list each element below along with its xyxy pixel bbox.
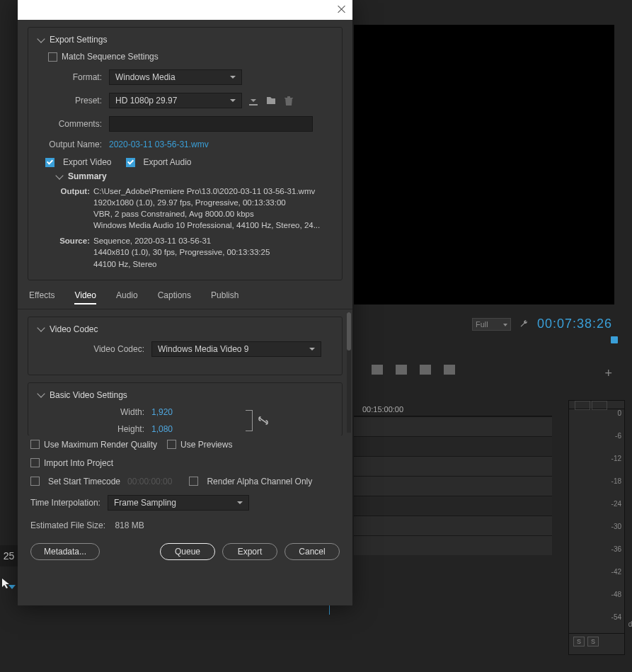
wrench-icon[interactable] <box>519 319 529 329</box>
tab-publish[interactable]: Publish <box>211 290 239 304</box>
chevron-down-icon <box>37 389 45 397</box>
import-project-checkbox[interactable] <box>30 458 40 467</box>
meter-unit: dB <box>628 620 632 628</box>
format-select[interactable]: Windows Media <box>109 69 242 85</box>
export-video-checkbox[interactable] <box>45 158 54 167</box>
basic-video-title: Basic Video Settings <box>50 390 127 400</box>
timeline-track[interactable] <box>354 476 552 496</box>
scrollbar[interactable] <box>347 312 351 433</box>
summary-output-label: Output: <box>57 186 93 231</box>
efs-value: 818 MB <box>115 520 144 530</box>
video-codec-select[interactable]: Windows Media Video 9 <box>151 341 321 357</box>
save-preset-icon[interactable] <box>248 95 259 106</box>
use-previews-checkbox[interactable] <box>167 440 176 449</box>
meter-tick: -30 <box>611 523 621 530</box>
meter-tick: -24 <box>611 500 621 508</box>
render-alpha-checkbox[interactable] <box>189 477 198 486</box>
pointer-icon <box>1 578 16 589</box>
cancel-button[interactable]: Cancel <box>285 543 340 560</box>
timeline-track[interactable] <box>354 496 552 516</box>
import-preset-icon[interactable] <box>265 95 277 106</box>
export-settings-header[interactable]: Export Settings <box>38 35 332 45</box>
summary-source-text: Sequence, 2020-03-11 03-56-31 1440x810 (… <box>93 235 332 269</box>
basic-video-header[interactable]: Basic Video Settings <box>38 390 332 400</box>
export-settings-title: Export Settings <box>50 35 107 45</box>
meter-tick: -42 <box>611 568 621 576</box>
timeline-track[interactable] <box>354 416 552 436</box>
meter-tick: -6 <box>615 432 621 440</box>
render-alpha-label: Render Alpha Channel Only <box>207 477 312 486</box>
basic-video-group: Basic Video Settings Width: 1,920 Height… <box>28 382 343 435</box>
meter-tick: -12 <box>611 455 621 462</box>
export-audio-label: Export Audio <box>144 157 192 167</box>
export-audio-checkbox[interactable] <box>126 158 135 167</box>
max-render-label: Use Maximum Render Quality <box>44 440 157 450</box>
meter-tick: -18 <box>611 477 621 485</box>
queue-button[interactable]: Queue <box>160 543 215 560</box>
preview-scrubber[interactable]: + <box>354 336 623 393</box>
match-sequence-checkbox[interactable] <box>48 52 57 62</box>
summary-source-label: Source: <box>57 235 93 269</box>
playhead-marker[interactable] <box>611 336 618 343</box>
output-name-link[interactable]: 2020-03-11 03-56-31.wmv <box>109 139 209 149</box>
timeline-track[interactable] <box>354 436 552 456</box>
solo-button[interactable]: S <box>587 637 599 647</box>
video-codec-header[interactable]: Video Codec <box>38 324 332 334</box>
height-label: Height: <box>38 424 151 434</box>
max-render-checkbox[interactable] <box>30 440 40 449</box>
export-video-label: Export Video <box>63 157 112 167</box>
preset-select[interactable]: HD 1080p 29.97 <box>109 93 242 108</box>
scrollbar-thumb[interactable] <box>347 312 351 351</box>
side-label: 25 <box>0 545 18 566</box>
video-codec-label: Video Codec: <box>38 344 151 354</box>
timeline-track[interactable] <box>354 535 552 555</box>
close-icon[interactable] <box>337 4 347 14</box>
summary-header[interactable]: Summary <box>57 171 332 181</box>
meter-tick: 0 <box>617 409 621 417</box>
video-codec-group: Video Codec Video Codec: Windows Media V… <box>28 317 343 375</box>
tab-video[interactable]: Video <box>74 290 96 304</box>
time-interp-label: Time Interpolation: <box>30 498 100 508</box>
width-value[interactable]: 1,920 <box>151 407 173 417</box>
add-icon[interactable]: + <box>604 366 612 381</box>
efs-label: Estimated File Size: <box>30 520 105 530</box>
video-codec-title: Video Codec <box>50 324 98 334</box>
summary-output-text: C:\User_Adobe\Premiere Pro\13.0\2020-03-… <box>93 186 332 231</box>
tab-row: Effects Video Audio Captions Publish <box>18 283 352 309</box>
height-value[interactable]: 1,080 <box>151 424 173 434</box>
comments-input[interactable] <box>109 116 313 132</box>
format-label: Format: <box>38 72 109 82</box>
export-settings-dialog: Export Settings Match Sequence Settings … <box>18 0 352 605</box>
camera-icon[interactable] <box>420 365 431 375</box>
time-interp-select[interactable]: Frame Sampling <box>108 495 249 511</box>
unlink-icon[interactable] <box>258 416 268 425</box>
tab-effects[interactable]: Effects <box>29 290 54 304</box>
meter-tick: -36 <box>611 545 621 553</box>
timeline-panel[interactable]: 00:15:00:00 <box>354 404 552 637</box>
preview-timecode: 00:07:38:26 <box>537 317 612 331</box>
start-tc-checkbox[interactable] <box>30 477 40 486</box>
link-bracket-icon <box>246 410 253 431</box>
start-tc-label: Set Start Timecode <box>48 477 120 486</box>
use-previews-label: Use Previews <box>180 440 232 450</box>
metadata-button[interactable]: Metadata... <box>30 543 100 560</box>
trash-icon[interactable] <box>283 95 294 106</box>
timeline-tool-icon[interactable] <box>372 365 383 375</box>
tab-captions[interactable]: Captions <box>158 290 191 304</box>
import-project-label: Import Into Project <box>44 458 113 468</box>
tab-audio[interactable]: Audio <box>116 290 138 304</box>
video-codec-value: Windows Media Video 9 <box>158 344 249 354</box>
solo-button[interactable]: S <box>573 637 585 647</box>
match-sequence-label: Match Sequence Settings <box>62 52 159 62</box>
timeline-tool-icon[interactable] <box>396 365 407 375</box>
width-label: Width: <box>38 407 151 417</box>
meter-tick: -54 <box>611 613 621 621</box>
chevron-down-icon <box>55 171 63 179</box>
timeline-tool-icon[interactable] <box>444 365 455 375</box>
export-button[interactable]: Export <box>222 543 277 560</box>
timeline-ruler[interactable]: 00:15:00:00 <box>354 404 552 416</box>
timeline-track[interactable] <box>354 456 552 476</box>
timeline-track[interactable] <box>354 516 552 535</box>
comments-label: Comments: <box>38 119 109 129</box>
preview-quality-select[interactable]: Full <box>472 318 511 331</box>
